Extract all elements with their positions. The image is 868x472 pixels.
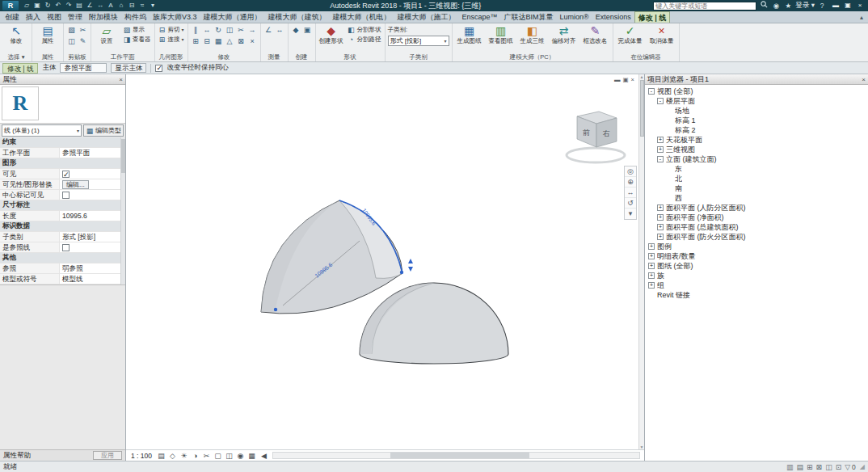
steering-wheel-icon[interactable]: ◎: [625, 166, 636, 177]
tree-item[interactable]: + 面积平面 (人防分区面积): [645, 203, 868, 213]
finish-mass-button[interactable]: ✓ 完成体量: [616, 24, 645, 44]
tree-expand-icon[interactable]: +: [648, 243, 655, 250]
apply-button[interactable]: 应用: [93, 451, 122, 460]
worksharing-display-icon[interactable]: ▥: [786, 463, 794, 471]
editing-requests-icon[interactable]: ▤: [797, 463, 804, 471]
select-links-icon[interactable]: ⊞: [807, 463, 813, 471]
box-rename-button[interactable]: ✎ 框选改名: [581, 24, 610, 44]
ribbon-tab[interactable]: 广联达BIM算量: [501, 11, 557, 23]
split-icon[interactable]: ✂: [236, 25, 246, 36]
help-icon[interactable]: ?: [817, 1, 827, 11]
view-scale[interactable]: 1 : 100: [129, 451, 154, 461]
is-reference-line-checkbox[interactable]: [62, 244, 70, 251]
ribbon-tab[interactable]: 建模大师（机电）: [330, 11, 394, 23]
tree-expand-icon[interactable]: +: [648, 272, 655, 279]
tree-item[interactable]: 场地: [645, 106, 868, 116]
measure-between-refs-icon[interactable]: ∠: [263, 25, 274, 36]
scale-icon[interactable]: △: [225, 36, 235, 47]
ribbon-tab[interactable]: 创建: [2, 11, 23, 23]
tree-item[interactable]: 北: [645, 174, 868, 183]
print-icon[interactable]: ▤: [74, 1, 84, 11]
model-group-icon[interactable]: ▣: [302, 25, 313, 36]
properties-scrollbar[interactable]: [120, 137, 125, 284]
sign-in-button[interactable]: 登录 ▾: [795, 1, 815, 11]
workplane-value[interactable]: 参照平面: [60, 148, 120, 158]
close-icon[interactable]: ×: [854, 1, 866, 11]
subcategory-select[interactable]: 形式 [投影]▾: [388, 36, 449, 46]
ribbon-tab[interactable]: Extensions: [592, 11, 634, 23]
temporary-hide-icon[interactable]: ◫: [224, 452, 234, 460]
set-workplane-button[interactable]: ▱ 设置: [94, 24, 120, 44]
reveal-hidden-icon[interactable]: ◉: [235, 452, 246, 460]
qat-customize-icon[interactable]: ▾: [148, 1, 158, 11]
model-canvas[interactable]: 10995.6 10995.6 前 右: [126, 74, 638, 449]
tree-item[interactable]: - 立面 (建筑立面): [645, 154, 868, 164]
cut-icon[interactable]: ✂: [78, 25, 88, 36]
ribbon-tab[interactable]: 建模大师（建筑）: [265, 11, 330, 23]
ribbon-collapse-icon[interactable]: ▴: [857, 11, 866, 23]
zoom-icon[interactable]: ⊕: [625, 177, 636, 188]
crop-view-icon[interactable]: ✂: [201, 452, 212, 460]
view-close-icon[interactable]: ×: [631, 76, 634, 83]
reference-value[interactable]: 弱参照: [60, 263, 120, 273]
revit-app-menu-button[interactable]: R: [2, 1, 19, 11]
pin-icon[interactable]: ⊠: [236, 36, 246, 47]
tree-item[interactable]: 标高 1: [645, 116, 868, 125]
property-section-graphics[interactable]: 图形: [0, 158, 120, 169]
redo-icon[interactable]: ↷: [64, 1, 74, 11]
temporary-view-properties-icon[interactable]: ▦: [246, 452, 257, 460]
show-crop-icon[interactable]: ▢: [213, 452, 223, 460]
aligned-dimension-icon[interactable]: ↔: [95, 1, 105, 11]
center-mark-checkbox[interactable]: [62, 192, 70, 199]
match-properties-icon[interactable]: ✎: [78, 36, 88, 47]
drag-on-selection-icon[interactable]: ⊡: [836, 463, 842, 471]
view-cube[interactable]: 前 右: [567, 112, 625, 162]
ribbon-tab[interactable]: Lumion®: [557, 11, 592, 23]
save-icon[interactable]: ▣: [32, 1, 42, 11]
ribbon-tab[interactable]: 建模大师（施工）: [394, 11, 459, 23]
align-icon[interactable]: ∥: [191, 25, 201, 36]
open-icon[interactable]: ▱: [22, 1, 32, 11]
view-minimize-icon[interactable]: ▬: [614, 76, 621, 83]
generate-3d-button[interactable]: ◧ 生成三维: [518, 24, 547, 44]
pan-icon[interactable]: ↔: [625, 188, 636, 198]
default-3d-view-icon[interactable]: ⌂: [116, 1, 126, 11]
model-or-symbol-value[interactable]: 模型线: [60, 274, 120, 284]
edit-type-button[interactable]: ▦ 编辑类型: [83, 124, 124, 137]
ribbon-tab[interactable]: 管理: [65, 11, 86, 23]
tree-item[interactable]: - 楼层平面: [645, 96, 868, 106]
copy-icon[interactable]: ◫: [66, 36, 77, 47]
dimension-icon[interactable]: ↔: [275, 25, 285, 36]
paste-icon[interactable]: ▧: [66, 25, 77, 36]
delete-icon[interactable]: ×: [247, 36, 258, 47]
communication-center-icon[interactable]: ◉: [771, 1, 781, 11]
undo-icon[interactable]: ↶: [53, 1, 63, 11]
tree-expand-icon[interactable]: +: [657, 204, 664, 211]
project-browser-close-icon[interactable]: ×: [862, 76, 866, 83]
tree-item[interactable]: + 面积平面 (总建筑面积): [645, 222, 868, 232]
tree-item[interactable]: 西: [645, 193, 868, 203]
arc-end-handle[interactable]: [274, 308, 277, 311]
ribbon-tab[interactable]: Enscape™: [459, 11, 501, 23]
generate-sheet-button[interactable]: ▦ 生成图纸: [455, 24, 484, 44]
subcategory-value[interactable]: 形式 [投影]: [60, 232, 120, 242]
text-icon[interactable]: A: [106, 1, 116, 11]
tree-expand-icon[interactable]: +: [657, 234, 664, 240]
divide-surface-button[interactable]: ◧分割形状: [347, 25, 382, 34]
arc-end-handle[interactable]: [400, 271, 403, 274]
ribbon-tab[interactable]: 视图: [44, 11, 65, 23]
tree-item[interactable]: + 面积平面 (防火分区面积): [645, 232, 868, 242]
tree-item[interactable]: 南: [645, 183, 868, 193]
divide-path-button[interactable]: ◔分割路径: [347, 35, 382, 44]
ribbon-tab[interactable]: 建模大师（通用）: [200, 11, 265, 23]
tree-item[interactable]: + 三维视图: [645, 145, 868, 154]
workplane-viewer-button[interactable]: ◨查看器: [122, 35, 152, 44]
tree-expand-icon[interactable]: -: [648, 88, 655, 95]
vg-overrides-edit-button[interactable]: 编辑...: [62, 180, 89, 189]
sync-icon[interactable]: ↻: [43, 1, 53, 11]
tree-expand-icon[interactable]: +: [657, 224, 664, 230]
detail-level-icon[interactable]: ▤: [156, 452, 166, 460]
minimize-icon[interactable]: ▬: [830, 1, 841, 11]
tree-item[interactable]: 标高 2: [645, 125, 868, 135]
trim-icon[interactable]: ⊟: [202, 36, 213, 47]
